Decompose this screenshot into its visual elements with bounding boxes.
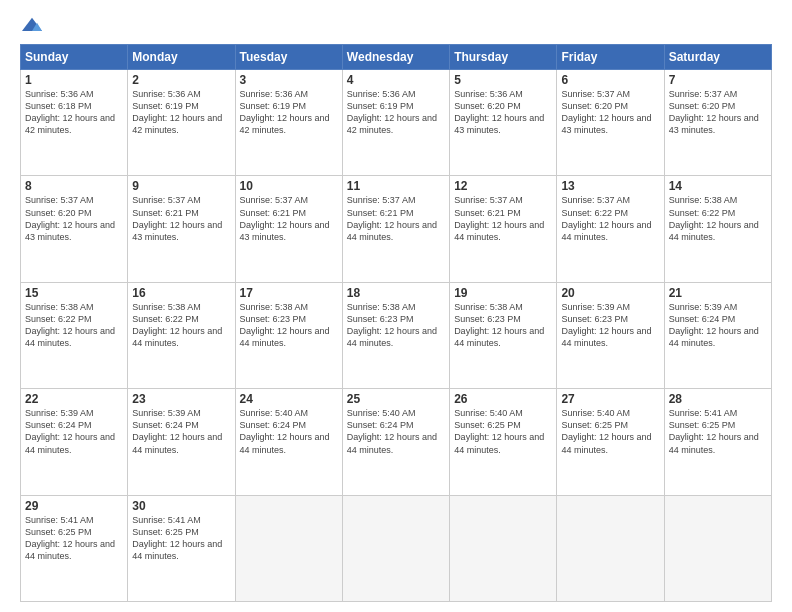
calendar-cell: 5Sunrise: 5:36 AMSunset: 6:20 PMDaylight…	[450, 70, 557, 176]
day-info: Sunrise: 5:37 AMSunset: 6:20 PMDaylight:…	[25, 195, 115, 241]
day-info: Sunrise: 5:38 AMSunset: 6:22 PMDaylight:…	[25, 302, 115, 348]
logo-icon	[20, 16, 44, 36]
calendar-cell: 27Sunrise: 5:40 AMSunset: 6:25 PMDayligh…	[557, 389, 664, 495]
day-info: Sunrise: 5:38 AMSunset: 6:23 PMDaylight:…	[240, 302, 330, 348]
day-number: 16	[132, 286, 230, 300]
day-number: 21	[669, 286, 767, 300]
calendar-cell: 6Sunrise: 5:37 AMSunset: 6:20 PMDaylight…	[557, 70, 664, 176]
day-number: 14	[669, 179, 767, 193]
day-info: Sunrise: 5:36 AMSunset: 6:18 PMDaylight:…	[25, 89, 115, 135]
calendar-cell: 9Sunrise: 5:37 AMSunset: 6:21 PMDaylight…	[128, 176, 235, 282]
day-info: Sunrise: 5:40 AMSunset: 6:25 PMDaylight:…	[454, 408, 544, 454]
day-number: 30	[132, 499, 230, 513]
calendar-cell	[235, 495, 342, 601]
header	[20, 16, 772, 36]
calendar-cell: 8Sunrise: 5:37 AMSunset: 6:20 PMDaylight…	[21, 176, 128, 282]
day-info: Sunrise: 5:36 AMSunset: 6:19 PMDaylight:…	[347, 89, 437, 135]
day-info: Sunrise: 5:36 AMSunset: 6:19 PMDaylight:…	[132, 89, 222, 135]
calendar-cell	[664, 495, 771, 601]
day-info: Sunrise: 5:36 AMSunset: 6:19 PMDaylight:…	[240, 89, 330, 135]
day-number: 23	[132, 392, 230, 406]
day-number: 2	[132, 73, 230, 87]
weekday-header-tuesday: Tuesday	[235, 45, 342, 70]
weekday-header-sunday: Sunday	[21, 45, 128, 70]
day-number: 15	[25, 286, 123, 300]
day-number: 29	[25, 499, 123, 513]
logo	[20, 16, 48, 36]
calendar-cell: 28Sunrise: 5:41 AMSunset: 6:25 PMDayligh…	[664, 389, 771, 495]
day-info: Sunrise: 5:38 AMSunset: 6:23 PMDaylight:…	[347, 302, 437, 348]
day-info: Sunrise: 5:37 AMSunset: 6:21 PMDaylight:…	[132, 195, 222, 241]
calendar-table: SundayMondayTuesdayWednesdayThursdayFrid…	[20, 44, 772, 602]
calendar-cell: 21Sunrise: 5:39 AMSunset: 6:24 PMDayligh…	[664, 282, 771, 388]
calendar-cell: 20Sunrise: 5:39 AMSunset: 6:23 PMDayligh…	[557, 282, 664, 388]
day-info: Sunrise: 5:40 AMSunset: 6:24 PMDaylight:…	[347, 408, 437, 454]
day-number: 9	[132, 179, 230, 193]
calendar-cell: 2Sunrise: 5:36 AMSunset: 6:19 PMDaylight…	[128, 70, 235, 176]
day-number: 24	[240, 392, 338, 406]
calendar-cell: 10Sunrise: 5:37 AMSunset: 6:21 PMDayligh…	[235, 176, 342, 282]
calendar-cell: 7Sunrise: 5:37 AMSunset: 6:20 PMDaylight…	[664, 70, 771, 176]
day-info: Sunrise: 5:37 AMSunset: 6:22 PMDaylight:…	[561, 195, 651, 241]
day-info: Sunrise: 5:41 AMSunset: 6:25 PMDaylight:…	[25, 515, 115, 561]
day-number: 5	[454, 73, 552, 87]
day-number: 25	[347, 392, 445, 406]
calendar-cell	[557, 495, 664, 601]
calendar-cell: 11Sunrise: 5:37 AMSunset: 6:21 PMDayligh…	[342, 176, 449, 282]
day-info: Sunrise: 5:37 AMSunset: 6:20 PMDaylight:…	[669, 89, 759, 135]
calendar-week-3: 15Sunrise: 5:38 AMSunset: 6:22 PMDayligh…	[21, 282, 772, 388]
day-number: 20	[561, 286, 659, 300]
day-info: Sunrise: 5:38 AMSunset: 6:23 PMDaylight:…	[454, 302, 544, 348]
day-info: Sunrise: 5:38 AMSunset: 6:22 PMDaylight:…	[669, 195, 759, 241]
day-number: 6	[561, 73, 659, 87]
day-number: 3	[240, 73, 338, 87]
calendar-week-2: 8Sunrise: 5:37 AMSunset: 6:20 PMDaylight…	[21, 176, 772, 282]
weekday-header-friday: Friday	[557, 45, 664, 70]
weekday-header-monday: Monday	[128, 45, 235, 70]
day-info: Sunrise: 5:39 AMSunset: 6:24 PMDaylight:…	[132, 408, 222, 454]
weekday-header-row: SundayMondayTuesdayWednesdayThursdayFrid…	[21, 45, 772, 70]
day-number: 19	[454, 286, 552, 300]
day-number: 4	[347, 73, 445, 87]
day-number: 10	[240, 179, 338, 193]
day-number: 17	[240, 286, 338, 300]
weekday-header-wednesday: Wednesday	[342, 45, 449, 70]
calendar-week-4: 22Sunrise: 5:39 AMSunset: 6:24 PMDayligh…	[21, 389, 772, 495]
calendar-cell	[450, 495, 557, 601]
day-number: 18	[347, 286, 445, 300]
day-info: Sunrise: 5:37 AMSunset: 6:21 PMDaylight:…	[347, 195, 437, 241]
day-number: 7	[669, 73, 767, 87]
day-info: Sunrise: 5:39 AMSunset: 6:24 PMDaylight:…	[669, 302, 759, 348]
calendar-cell: 1Sunrise: 5:36 AMSunset: 6:18 PMDaylight…	[21, 70, 128, 176]
day-number: 28	[669, 392, 767, 406]
day-number: 1	[25, 73, 123, 87]
calendar-week-5: 29Sunrise: 5:41 AMSunset: 6:25 PMDayligh…	[21, 495, 772, 601]
day-number: 11	[347, 179, 445, 193]
calendar-cell: 18Sunrise: 5:38 AMSunset: 6:23 PMDayligh…	[342, 282, 449, 388]
calendar-cell: 24Sunrise: 5:40 AMSunset: 6:24 PMDayligh…	[235, 389, 342, 495]
calendar-cell: 19Sunrise: 5:38 AMSunset: 6:23 PMDayligh…	[450, 282, 557, 388]
day-info: Sunrise: 5:39 AMSunset: 6:24 PMDaylight:…	[25, 408, 115, 454]
day-number: 8	[25, 179, 123, 193]
weekday-header-thursday: Thursday	[450, 45, 557, 70]
calendar-cell: 29Sunrise: 5:41 AMSunset: 6:25 PMDayligh…	[21, 495, 128, 601]
calendar-cell: 3Sunrise: 5:36 AMSunset: 6:19 PMDaylight…	[235, 70, 342, 176]
calendar-cell: 4Sunrise: 5:36 AMSunset: 6:19 PMDaylight…	[342, 70, 449, 176]
calendar-cell: 25Sunrise: 5:40 AMSunset: 6:24 PMDayligh…	[342, 389, 449, 495]
day-info: Sunrise: 5:39 AMSunset: 6:23 PMDaylight:…	[561, 302, 651, 348]
day-info: Sunrise: 5:41 AMSunset: 6:25 PMDaylight:…	[669, 408, 759, 454]
calendar-cell: 30Sunrise: 5:41 AMSunset: 6:25 PMDayligh…	[128, 495, 235, 601]
calendar-cell: 26Sunrise: 5:40 AMSunset: 6:25 PMDayligh…	[450, 389, 557, 495]
day-info: Sunrise: 5:40 AMSunset: 6:24 PMDaylight:…	[240, 408, 330, 454]
calendar-cell: 23Sunrise: 5:39 AMSunset: 6:24 PMDayligh…	[128, 389, 235, 495]
day-info: Sunrise: 5:37 AMSunset: 6:20 PMDaylight:…	[561, 89, 651, 135]
day-info: Sunrise: 5:38 AMSunset: 6:22 PMDaylight:…	[132, 302, 222, 348]
calendar-cell: 13Sunrise: 5:37 AMSunset: 6:22 PMDayligh…	[557, 176, 664, 282]
day-info: Sunrise: 5:37 AMSunset: 6:21 PMDaylight:…	[454, 195, 544, 241]
day-info: Sunrise: 5:40 AMSunset: 6:25 PMDaylight:…	[561, 408, 651, 454]
day-info: Sunrise: 5:37 AMSunset: 6:21 PMDaylight:…	[240, 195, 330, 241]
day-number: 13	[561, 179, 659, 193]
day-number: 22	[25, 392, 123, 406]
calendar-cell: 14Sunrise: 5:38 AMSunset: 6:22 PMDayligh…	[664, 176, 771, 282]
day-number: 12	[454, 179, 552, 193]
